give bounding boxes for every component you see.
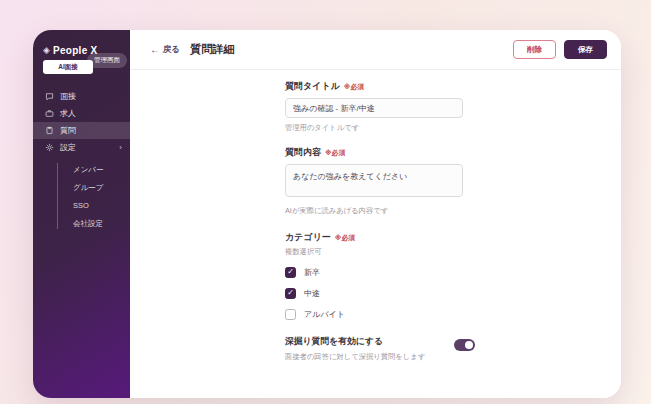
- page-header: ← 戻る 質問詳細 削除 保存: [130, 30, 621, 70]
- checkbox-row-mid-career[interactable]: 中途: [285, 287, 475, 299]
- sidebar-subitem-sso[interactable]: SSO: [33, 197, 130, 215]
- sidebar-subitem-members[interactable]: メンバー: [33, 161, 130, 179]
- category-helper: 複数選択可: [285, 247, 475, 257]
- question-title-input[interactable]: [285, 98, 463, 118]
- sidebar-item-jobs[interactable]: 求人: [33, 105, 130, 122]
- required-badge: ※必須: [325, 148, 345, 158]
- sidebar-item-settings[interactable]: 設定 ›: [33, 139, 130, 156]
- arrow-left-icon: ←: [150, 45, 160, 55]
- app-window: ◈ People X AI面接 管理画面 面接 求人 質問: [33, 30, 621, 398]
- checkbox-part-time[interactable]: [285, 309, 296, 320]
- label-text: カテゴリー: [285, 231, 331, 244]
- sidebar-menu: 面接 求人 質問 設定 › メンバ: [33, 88, 130, 233]
- chevron-right-icon: ›: [119, 143, 122, 152]
- sidebar-subitem-groups[interactable]: グループ: [33, 179, 130, 197]
- checkbox-label: 新卒: [304, 267, 320, 278]
- chat-bubble-icon: [45, 92, 54, 101]
- sidebar-item-interview[interactable]: 面接: [33, 88, 130, 105]
- required-badge: ※必須: [344, 82, 364, 92]
- checkbox-mid-career[interactable]: [285, 288, 296, 299]
- delete-button[interactable]: 削除: [513, 40, 556, 59]
- toggle-knob: [465, 341, 473, 349]
- main-content: ← 戻る 質問詳細 削除 保存 質問タイトル ※必須 管理用のタイトルです 質問…: [130, 30, 621, 398]
- checkbox-label: アルバイト: [304, 309, 345, 320]
- settings-submenu: メンバー グループ SSO 会社設定: [33, 161, 130, 233]
- category-label: カテゴリー ※必須: [285, 231, 475, 244]
- question-content-label: 質問内容 ※必須: [285, 146, 475, 159]
- checkbox-new-grad[interactable]: [285, 267, 296, 278]
- admin-mode-badge[interactable]: 管理画面: [87, 53, 127, 68]
- checkbox-row-part-time[interactable]: アルバイト: [285, 308, 475, 320]
- sidebar: ◈ People X AI面接 管理画面 面接 求人 質問: [33, 30, 130, 398]
- question-title-helper: 管理用のタイトルです: [285, 123, 475, 133]
- save-button[interactable]: 保存: [564, 40, 607, 59]
- followup-helper: 面接者の回答に対して深掘り質問をします: [285, 352, 454, 362]
- sidebar-item-label: 質問: [60, 125, 76, 136]
- checkbox-row-new-grad[interactable]: 新卒: [285, 266, 475, 278]
- label-text: 質問内容: [285, 146, 321, 159]
- briefcase-icon: [45, 109, 54, 118]
- followup-label: 深掘り質問を有効にする: [285, 336, 454, 348]
- sidebar-item-label: 設定: [60, 142, 76, 153]
- followup-text: 深掘り質問を有効にする 面接者の回答に対して深掘り質問をします: [285, 336, 454, 362]
- page-title: 質問詳細: [190, 42, 234, 57]
- back-label: 戻る: [163, 44, 180, 56]
- sidebar-item-questions[interactable]: 質問: [33, 122, 130, 139]
- product-badge: AI面接: [43, 60, 93, 74]
- gear-icon: [45, 143, 54, 152]
- label-text: 質問タイトル: [285, 80, 340, 93]
- header-actions: 削除 保存: [513, 40, 607, 59]
- checkbox-label: 中途: [304, 288, 320, 299]
- followup-section: 深掘り質問を有効にする 面接者の回答に対して深掘り質問をします: [285, 336, 475, 362]
- sidebar-item-label: 求人: [60, 108, 76, 119]
- followup-toggle[interactable]: [454, 339, 475, 351]
- question-content-helper: AIが実際に読みあげる内容です: [285, 206, 475, 216]
- clipboard-icon: [45, 126, 54, 135]
- question-form: 質問タイトル ※必須 管理用のタイトルです 質問内容 ※必須 あなたの強みを教え…: [285, 80, 475, 362]
- required-badge: ※必須: [335, 233, 355, 243]
- sidebar-subitem-company-settings[interactable]: 会社設定: [33, 215, 130, 233]
- sidebar-item-label: 面接: [60, 91, 76, 102]
- question-title-label: 質問タイトル ※必須: [285, 80, 475, 93]
- back-button[interactable]: ← 戻る: [150, 44, 180, 56]
- question-content-textarea[interactable]: あなたの強みを教えてください: [285, 164, 463, 197]
- diamond-icon: ◈: [43, 46, 50, 55]
